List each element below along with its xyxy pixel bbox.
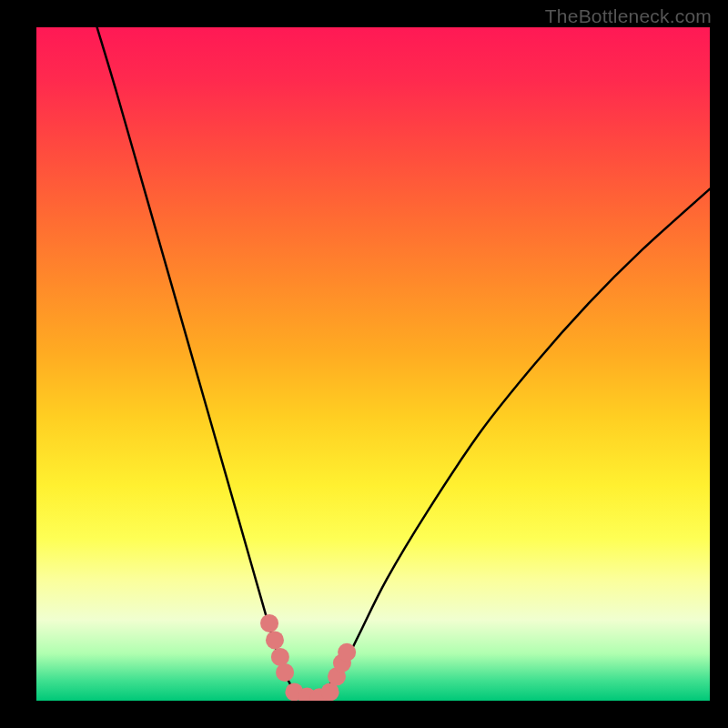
left-curve (97, 27, 319, 699)
marker-point (338, 643, 356, 662)
watermark-text: TheBottleneck.com (545, 5, 712, 27)
marker-point (266, 631, 284, 649)
marker-point (260, 614, 278, 632)
chart-svg (36, 27, 710, 701)
plot-area (36, 27, 710, 701)
right-curve (319, 189, 710, 699)
marker-point (271, 648, 289, 666)
marker-point (276, 663, 294, 682)
markers-group (260, 614, 356, 701)
